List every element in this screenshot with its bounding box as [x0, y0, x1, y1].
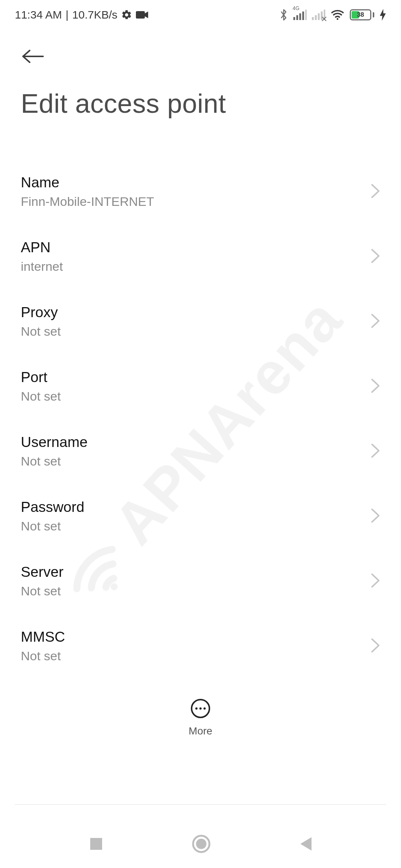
field-port[interactable]: Port Not set [0, 354, 401, 419]
camera-icon [136, 10, 149, 19]
field-label: Password [21, 499, 84, 515]
svg-point-22 [196, 839, 206, 849]
nav-back-button[interactable] [298, 836, 313, 852]
field-mmsc[interactable]: MMSC Not set [0, 614, 401, 679]
chevron-right-icon [371, 183, 380, 200]
status-time: 11:34 AM [15, 9, 62, 21]
svg-rect-4 [299, 13, 301, 20]
field-value: Not set [21, 649, 65, 663]
svg-rect-6 [305, 10, 307, 20]
settings-list: Name Finn-Mobile-INTERNET APN internet P… [0, 119, 401, 744]
svg-point-18 [199, 707, 202, 710]
svg-rect-7 [312, 17, 314, 20]
more-icon [190, 698, 211, 720]
chevron-right-icon [371, 313, 380, 330]
svg-rect-8 [315, 15, 317, 20]
chevron-right-icon [371, 508, 380, 525]
divider [15, 804, 386, 805]
svg-rect-20 [90, 838, 102, 850]
action-bar: More [0, 681, 401, 755]
svg-point-14 [337, 18, 339, 20]
svg-rect-1 [136, 11, 145, 19]
svg-rect-2 [293, 17, 295, 20]
gear-icon [121, 9, 132, 20]
status-separator: | [66, 9, 69, 21]
svg-marker-23 [300, 837, 312, 851]
more-label: More [189, 725, 212, 737]
status-bar: 11:34 AM | 10.7KB/s 4G 38 [0, 0, 401, 30]
field-proxy[interactable]: Proxy Not set [0, 289, 401, 354]
svg-rect-9 [318, 13, 320, 20]
field-password[interactable]: Password Not set [0, 484, 401, 549]
page-title: Edit access point [0, 66, 401, 119]
field-server[interactable]: Server Not set [0, 549, 401, 614]
svg-rect-3 [296, 15, 298, 20]
field-value: Not set [21, 519, 84, 533]
field-label: Port [21, 369, 61, 385]
back-button[interactable] [21, 59, 45, 66]
field-value: Not set [21, 389, 61, 404]
field-value: Not set [21, 454, 88, 468]
svg-rect-5 [302, 11, 304, 20]
field-label: Username [21, 434, 88, 450]
system-nav-bar [0, 818, 401, 868]
field-value: Finn-Mobile-INTERNET [21, 194, 154, 209]
chevron-right-icon [371, 573, 380, 590]
bluetooth-icon [279, 9, 288, 21]
field-value: internet [21, 259, 63, 274]
field-apn[interactable]: APN internet [0, 224, 401, 289]
nav-home-button[interactable] [192, 834, 211, 854]
signal-sim2-icon [312, 10, 325, 20]
signal-sim1-icon: 4G [293, 10, 307, 20]
svg-point-19 [203, 707, 206, 710]
chevron-right-icon [371, 638, 380, 655]
field-name[interactable]: Name Finn-Mobile-INTERNET [0, 160, 401, 224]
svg-point-17 [195, 707, 198, 710]
chevron-right-icon [371, 443, 380, 460]
field-label: Name [21, 174, 154, 191]
field-label: Server [21, 564, 63, 580]
field-value: Not set [21, 584, 63, 598]
field-label: MMSC [21, 629, 65, 645]
field-value: Not set [21, 324, 61, 339]
wifi-icon [330, 9, 345, 20]
charging-icon [379, 9, 386, 21]
battery-indicator: 38 [350, 9, 374, 20]
chevron-right-icon [371, 378, 380, 395]
field-username[interactable]: Username Not set [0, 419, 401, 484]
field-label: Proxy [21, 304, 61, 320]
status-net-speed: 10.7KB/s [72, 9, 118, 21]
more-button[interactable]: More [189, 698, 212, 737]
chevron-right-icon [371, 248, 380, 265]
nav-recents-button[interactable] [88, 836, 104, 852]
field-label: APN [21, 239, 63, 256]
